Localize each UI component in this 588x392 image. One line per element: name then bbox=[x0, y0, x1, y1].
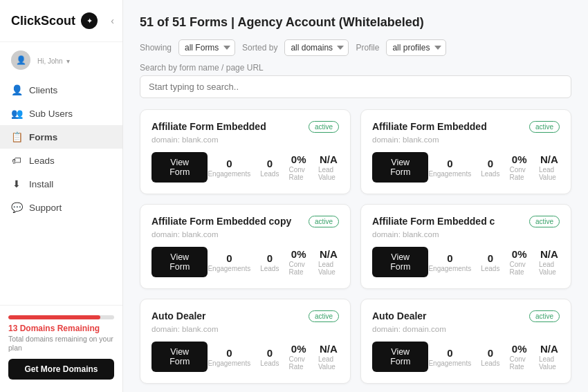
engagements-stat: 0 Engagements bbox=[208, 158, 250, 178]
status-badge: active bbox=[529, 121, 560, 133]
leads-stat: 0 Leads bbox=[481, 158, 499, 178]
lead-value-stat: N/A Lead Value bbox=[539, 343, 560, 371]
status-badge: active bbox=[309, 216, 339, 227]
engagements-stat: 0 Engagements bbox=[208, 347, 250, 367]
get-more-domains-button[interactable]: Get More Domains bbox=[8, 359, 114, 380]
stats-row: 0 Engagements 0 Leads 0% Conv Rate N/A L… bbox=[428, 153, 560, 181]
sidebar-item-clients[interactable]: 👤 Clients bbox=[0, 78, 122, 102]
form-card-5: Auto Dealer active domain: blank.com Vie… bbox=[140, 299, 351, 384]
form-card-6: Auto Dealer active domain: domain.com Vi… bbox=[360, 299, 571, 384]
card-actions: View Form 0 Engagements 0 Leads 0% Conv … bbox=[151, 247, 339, 277]
form-card-3: Affiliate Form Embedded copy active doma… bbox=[140, 204, 351, 289]
cards-grid: Affiliate Form Embedded active domain: b… bbox=[140, 109, 571, 384]
view-form-button[interactable]: View Form bbox=[151, 152, 208, 183]
view-form-button[interactable]: View Form bbox=[372, 247, 428, 277]
card-name: Auto Dealer bbox=[372, 310, 427, 321]
engagements-stat: 0 Engagements bbox=[428, 347, 471, 367]
showing-select[interactable]: all Forms bbox=[178, 39, 235, 56]
card-domain: domain: blank.com bbox=[372, 136, 560, 144]
user-greeting[interactable]: Hi, John ▾ bbox=[36, 55, 70, 66]
domain-sub-label: Total domains remaining on your plan bbox=[8, 335, 114, 353]
card-name: Affiliate Form Embedded copy bbox=[151, 216, 291, 227]
status-badge: active bbox=[309, 121, 339, 133]
form-card-4: Affiliate Form Embedded c active domain:… bbox=[360, 204, 571, 289]
avatar: 👤 bbox=[11, 50, 30, 70]
clients-icon: 👤 bbox=[11, 84, 22, 95]
domain-info: 13 Domains Remaining Total domains remai… bbox=[0, 305, 122, 392]
lead-value-stat: N/A Lead Value bbox=[539, 153, 560, 181]
sidebar-item-leads[interactable]: 🏷 Leads bbox=[0, 149, 122, 172]
card-actions: View Form 0 Engagements 0 Leads 0% Conv … bbox=[372, 247, 560, 277]
card-domain: domain: blank.com bbox=[151, 325, 339, 333]
form-card-2: Affiliate Form Embedded active domain: b… bbox=[360, 109, 571, 194]
card-actions: View Form 0 Engagements 0 Leads 0% Conv … bbox=[372, 342, 560, 372]
showing-label: Showing bbox=[140, 43, 172, 53]
logo-area: ClickScout ‹ bbox=[0, 0, 122, 42]
leads-stat: 0 Leads bbox=[260, 347, 279, 367]
profile-label: Profile bbox=[356, 43, 379, 53]
form-card-1: Affiliate Form Embedded active domain: b… bbox=[140, 109, 351, 194]
stats-row: 0 Engagements 0 Leads 0% Conv Rate N/A L… bbox=[208, 248, 339, 276]
collapse-button[interactable]: ‹ bbox=[111, 15, 114, 26]
card-domain: domain: domain.com bbox=[372, 325, 560, 333]
filter-row: Showing all Forms Sorted by all domains … bbox=[140, 39, 571, 56]
sidebar-item-sub-users[interactable]: 👥 Sub Users bbox=[0, 102, 122, 125]
card-top: Auto Dealer active bbox=[151, 310, 339, 322]
card-domain: domain: blank.com bbox=[151, 230, 339, 239]
support-icon: 💬 bbox=[11, 202, 22, 213]
main-content: 51 of 51 Forms | Agency Account (Whitela… bbox=[123, 0, 588, 392]
leads-stat: 0 Leads bbox=[260, 158, 279, 178]
leads-stat: 0 Leads bbox=[260, 252, 279, 272]
leads-icon: 🏷 bbox=[11, 155, 22, 166]
view-form-button[interactable]: View Form bbox=[372, 342, 428, 372]
search-label: Search by form name / page URL bbox=[140, 63, 571, 73]
sub-users-icon: 👥 bbox=[11, 108, 22, 119]
card-actions: View Form 0 Engagements 0 Leads 0% Conv … bbox=[151, 152, 339, 183]
lead-value-stat: N/A Lead Value bbox=[318, 248, 339, 276]
leads-stat: 0 Leads bbox=[481, 347, 499, 367]
card-actions: View Form 0 Engagements 0 Leads 0% Conv … bbox=[151, 342, 339, 372]
card-top: Auto Dealer active bbox=[372, 310, 560, 322]
page-title: 51 of 51 Forms | Agency Account (Whitela… bbox=[140, 15, 571, 30]
card-name: Auto Dealer bbox=[151, 310, 206, 321]
view-form-button[interactable]: View Form bbox=[151, 342, 208, 372]
stats-row: 0 Engagements 0 Leads 0% Conv Rate N/A L… bbox=[428, 248, 560, 276]
card-top: Affiliate Form Embedded copy active bbox=[151, 216, 339, 227]
card-top: Affiliate Form Embedded active bbox=[151, 121, 339, 133]
search-input[interactable] bbox=[140, 75, 571, 98]
card-name: Affiliate Form Embedded bbox=[372, 121, 487, 132]
domain-progress-track bbox=[8, 315, 114, 319]
card-top: Affiliate Form Embedded c active bbox=[372, 216, 560, 227]
install-icon: ⬇ bbox=[11, 178, 22, 189]
view-form-button[interactable]: View Form bbox=[151, 247, 208, 277]
stats-row: 0 Engagements 0 Leads 0% Conv Rate N/A L… bbox=[208, 343, 339, 371]
conv-rate-stat: 0% Conv Rate bbox=[509, 248, 529, 276]
dropdown-arrow: ▾ bbox=[66, 57, 70, 65]
engagements-stat: 0 Engagements bbox=[428, 158, 471, 178]
leads-stat: 0 Leads bbox=[481, 252, 499, 272]
card-domain: domain: blank.com bbox=[372, 230, 560, 239]
stats-row: 0 Engagements 0 Leads 0% Conv Rate N/A L… bbox=[428, 343, 560, 371]
sorted-by-label: Sorted by bbox=[242, 43, 277, 53]
sorted-by-select[interactable]: all domains bbox=[284, 39, 349, 56]
stats-row: 0 Engagements 0 Leads 0% Conv Rate N/A L… bbox=[208, 153, 339, 181]
sidebar-item-install[interactable]: ⬇ Install bbox=[0, 172, 122, 196]
view-form-button[interactable]: View Form bbox=[372, 152, 428, 183]
conv-rate-stat: 0% Conv Rate bbox=[288, 343, 309, 371]
sidebar-item-forms[interactable]: 📋 Forms bbox=[0, 125, 122, 149]
lead-value-stat: N/A Lead Value bbox=[318, 153, 339, 181]
domain-remaining-label: 13 Domains Remaining bbox=[8, 324, 114, 333]
card-name: Affiliate Form Embedded c bbox=[372, 216, 495, 227]
conv-rate-stat: 0% Conv Rate bbox=[509, 153, 529, 181]
conv-rate-stat: 0% Conv Rate bbox=[288, 153, 309, 181]
search-area: Search by form name / page URL bbox=[140, 63, 571, 98]
status-badge: active bbox=[529, 216, 560, 227]
profile-select[interactable]: all profiles bbox=[386, 39, 446, 56]
card-top: Affiliate Form Embedded active bbox=[372, 121, 560, 133]
conv-rate-stat: 0% Conv Rate bbox=[509, 343, 529, 371]
main-nav: 👤 Clients 👥 Sub Users 📋 Forms 🏷 Leads ⬇ … bbox=[0, 78, 122, 305]
card-name: Affiliate Form Embedded bbox=[151, 121, 266, 132]
logo-text: ClickScout bbox=[11, 14, 75, 28]
engagements-stat: 0 Engagements bbox=[208, 252, 250, 272]
sidebar-item-support[interactable]: 💬 Support bbox=[0, 196, 122, 219]
